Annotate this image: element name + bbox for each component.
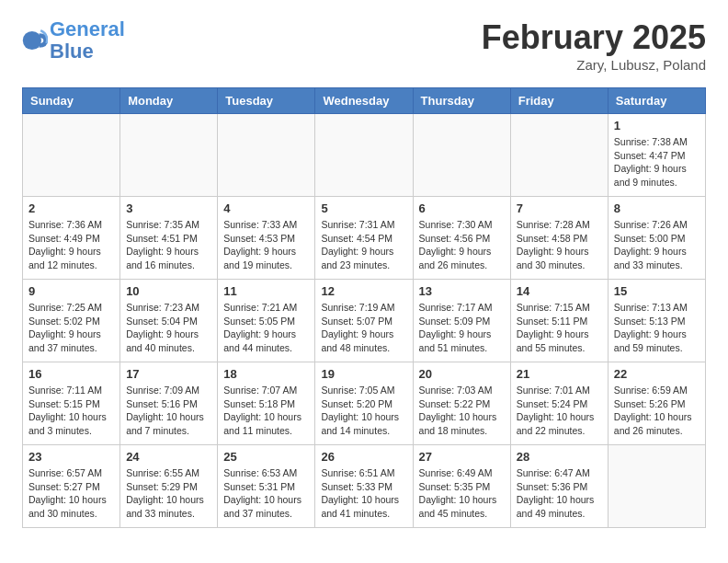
day-number: 17 bbox=[126, 367, 211, 381]
header-cell-tuesday: Tuesday bbox=[218, 88, 315, 114]
day-info: Sunrise: 7:28 AM Sunset: 4:58 PM Dayligh… bbox=[517, 218, 602, 272]
header-cell-saturday: Saturday bbox=[608, 88, 705, 114]
day-number: 19 bbox=[321, 367, 406, 381]
logo: General Blue bbox=[22, 18, 125, 63]
day-cell bbox=[218, 114, 315, 197]
day-cell: 2Sunrise: 7:36 AM Sunset: 4:49 PM Daylig… bbox=[23, 197, 120, 280]
day-cell bbox=[315, 114, 413, 197]
day-cell: 9Sunrise: 7:25 AM Sunset: 5:02 PM Daylig… bbox=[23, 280, 120, 362]
day-number: 7 bbox=[517, 201, 602, 215]
day-info: Sunrise: 6:57 AM Sunset: 5:27 PM Dayligh… bbox=[28, 466, 114, 521]
page: General Blue February 2025 Zary, Lubusz,… bbox=[0, 0, 728, 546]
day-cell bbox=[413, 114, 510, 197]
day-number: 2 bbox=[28, 201, 114, 215]
calendar-subtitle: Zary, Lubusz, Poland bbox=[482, 57, 706, 73]
day-info: Sunrise: 7:23 AM Sunset: 5:04 PM Dayligh… bbox=[126, 301, 211, 355]
day-number: 11 bbox=[223, 284, 309, 298]
calendar-table: SundayMondayTuesdayWednesdayThursdayFrid… bbox=[22, 87, 706, 528]
day-info: Sunrise: 6:53 AM Sunset: 5:31 PM Dayligh… bbox=[223, 466, 309, 521]
day-cell: 16Sunrise: 7:11 AM Sunset: 5:15 PM Dayli… bbox=[23, 362, 120, 445]
week-row-5: 23Sunrise: 6:57 AM Sunset: 5:27 PM Dayli… bbox=[23, 445, 706, 528]
day-info: Sunrise: 6:59 AM Sunset: 5:26 PM Dayligh… bbox=[614, 384, 700, 438]
day-cell bbox=[608, 445, 705, 528]
week-row-3: 9Sunrise: 7:25 AM Sunset: 5:02 PM Daylig… bbox=[23, 280, 706, 362]
day-info: Sunrise: 6:55 AM Sunset: 5:29 PM Dayligh… bbox=[126, 466, 211, 521]
day-info: Sunrise: 7:11 AM Sunset: 5:15 PM Dayligh… bbox=[28, 384, 114, 438]
day-number: 10 bbox=[126, 284, 211, 298]
week-row-4: 16Sunrise: 7:11 AM Sunset: 5:15 PM Dayli… bbox=[23, 362, 706, 445]
day-cell: 26Sunrise: 6:51 AM Sunset: 5:33 PM Dayli… bbox=[315, 445, 413, 528]
day-number: 1 bbox=[614, 119, 700, 132]
day-cell: 18Sunrise: 7:07 AM Sunset: 5:18 PM Dayli… bbox=[218, 362, 315, 445]
day-info: Sunrise: 6:47 AM Sunset: 5:36 PM Dayligh… bbox=[517, 466, 602, 521]
day-cell: 24Sunrise: 6:55 AM Sunset: 5:29 PM Dayli… bbox=[120, 445, 218, 528]
header-cell-sunday: Sunday bbox=[23, 88, 120, 114]
day-info: Sunrise: 7:35 AM Sunset: 4:51 PM Dayligh… bbox=[126, 218, 211, 272]
day-number: 24 bbox=[126, 450, 211, 464]
svg-point-0 bbox=[23, 31, 41, 50]
header-cell-friday: Friday bbox=[510, 88, 608, 114]
header-cell-thursday: Thursday bbox=[413, 88, 510, 114]
day-number: 23 bbox=[28, 450, 114, 464]
day-number: 28 bbox=[517, 450, 602, 464]
calendar-title: February 2025 bbox=[482, 18, 706, 57]
day-cell: 13Sunrise: 7:17 AM Sunset: 5:09 PM Dayli… bbox=[413, 280, 510, 362]
day-number: 14 bbox=[517, 284, 602, 298]
calendar-body: 1Sunrise: 7:38 AM Sunset: 4:47 PM Daylig… bbox=[23, 114, 706, 528]
day-number: 20 bbox=[419, 367, 505, 381]
day-info: Sunrise: 7:38 AM Sunset: 4:47 PM Dayligh… bbox=[614, 135, 700, 190]
day-cell: 1Sunrise: 7:38 AM Sunset: 4:47 PM Daylig… bbox=[608, 114, 705, 197]
header-row: SundayMondayTuesdayWednesdayThursdayFrid… bbox=[23, 88, 706, 114]
day-cell: 19Sunrise: 7:05 AM Sunset: 5:20 PM Dayli… bbox=[315, 362, 413, 445]
day-cell: 3Sunrise: 7:35 AM Sunset: 4:51 PM Daylig… bbox=[120, 197, 218, 280]
day-number: 16 bbox=[28, 367, 114, 381]
day-cell: 8Sunrise: 7:26 AM Sunset: 5:00 PM Daylig… bbox=[608, 197, 705, 280]
day-number: 15 bbox=[614, 284, 700, 298]
day-cell: 4Sunrise: 7:33 AM Sunset: 4:53 PM Daylig… bbox=[218, 197, 315, 280]
day-number: 21 bbox=[517, 367, 602, 381]
day-info: Sunrise: 7:31 AM Sunset: 4:54 PM Dayligh… bbox=[321, 218, 406, 272]
day-number: 26 bbox=[321, 450, 406, 464]
day-number: 13 bbox=[419, 284, 505, 298]
day-cell: 21Sunrise: 7:01 AM Sunset: 5:24 PM Dayli… bbox=[510, 362, 608, 445]
day-info: Sunrise: 6:49 AM Sunset: 5:35 PM Dayligh… bbox=[419, 466, 505, 521]
day-info: Sunrise: 7:19 AM Sunset: 5:07 PM Dayligh… bbox=[321, 301, 406, 355]
day-info: Sunrise: 7:36 AM Sunset: 4:49 PM Dayligh… bbox=[28, 218, 114, 272]
day-info: Sunrise: 7:07 AM Sunset: 5:18 PM Dayligh… bbox=[223, 384, 309, 438]
day-info: Sunrise: 7:26 AM Sunset: 5:00 PM Dayligh… bbox=[614, 218, 700, 272]
day-cell: 20Sunrise: 7:03 AM Sunset: 5:22 PM Dayli… bbox=[413, 362, 510, 445]
day-info: Sunrise: 7:21 AM Sunset: 5:05 PM Dayligh… bbox=[223, 301, 309, 355]
day-cell: 11Sunrise: 7:21 AM Sunset: 5:05 PM Dayli… bbox=[218, 280, 315, 362]
logo-icon bbox=[22, 28, 48, 53]
day-info: Sunrise: 7:13 AM Sunset: 5:13 PM Dayligh… bbox=[614, 301, 700, 355]
logo-line2: Blue bbox=[50, 40, 94, 63]
week-row-2: 2Sunrise: 7:36 AM Sunset: 4:49 PM Daylig… bbox=[23, 197, 706, 280]
day-info: Sunrise: 6:51 AM Sunset: 5:33 PM Dayligh… bbox=[321, 466, 406, 521]
day-number: 25 bbox=[223, 450, 309, 464]
day-cell: 23Sunrise: 6:57 AM Sunset: 5:27 PM Dayli… bbox=[23, 445, 120, 528]
day-number: 22 bbox=[614, 367, 700, 381]
day-number: 8 bbox=[614, 201, 700, 215]
day-number: 6 bbox=[419, 201, 505, 215]
day-cell: 22Sunrise: 6:59 AM Sunset: 5:26 PM Dayli… bbox=[608, 362, 705, 445]
day-cell: 15Sunrise: 7:13 AM Sunset: 5:13 PM Dayli… bbox=[608, 280, 705, 362]
day-cell: 10Sunrise: 7:23 AM Sunset: 5:04 PM Dayli… bbox=[120, 280, 218, 362]
day-number: 18 bbox=[223, 367, 309, 381]
day-info: Sunrise: 7:01 AM Sunset: 5:24 PM Dayligh… bbox=[517, 384, 602, 438]
day-info: Sunrise: 7:17 AM Sunset: 5:09 PM Dayligh… bbox=[419, 301, 505, 355]
logo-line1: General bbox=[50, 17, 125, 40]
day-info: Sunrise: 7:33 AM Sunset: 4:53 PM Dayligh… bbox=[223, 218, 309, 272]
day-cell: 12Sunrise: 7:19 AM Sunset: 5:07 PM Dayli… bbox=[315, 280, 413, 362]
day-cell bbox=[120, 114, 218, 197]
day-cell bbox=[23, 114, 120, 197]
day-cell: 17Sunrise: 7:09 AM Sunset: 5:16 PM Dayli… bbox=[120, 362, 218, 445]
header: General Blue February 2025 Zary, Lubusz,… bbox=[22, 18, 706, 73]
day-cell: 7Sunrise: 7:28 AM Sunset: 4:58 PM Daylig… bbox=[510, 197, 608, 280]
day-info: Sunrise: 7:05 AM Sunset: 5:20 PM Dayligh… bbox=[321, 384, 406, 438]
day-cell: 6Sunrise: 7:30 AM Sunset: 4:56 PM Daylig… bbox=[413, 197, 510, 280]
day-cell: 27Sunrise: 6:49 AM Sunset: 5:35 PM Dayli… bbox=[413, 445, 510, 528]
day-cell bbox=[510, 114, 608, 197]
header-cell-wednesday: Wednesday bbox=[315, 88, 413, 114]
day-number: 3 bbox=[126, 201, 211, 215]
day-info: Sunrise: 7:30 AM Sunset: 4:56 PM Dayligh… bbox=[419, 218, 505, 272]
